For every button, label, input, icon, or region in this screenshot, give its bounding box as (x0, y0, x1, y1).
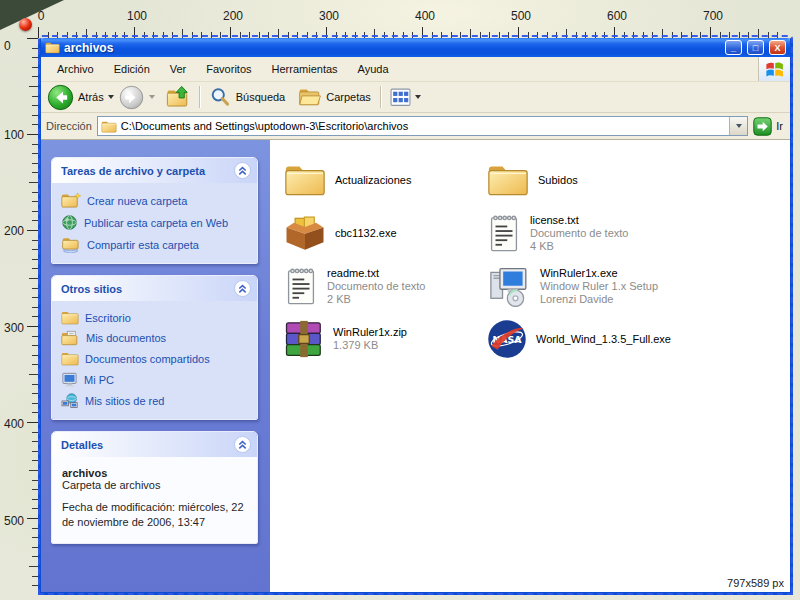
chevron-up-icon (237, 439, 248, 450)
dropdown-caret-icon (736, 124, 742, 128)
menu-archivo[interactable]: Archivo (47, 60, 104, 78)
menu-ver[interactable]: Ver (160, 60, 197, 78)
h-ruler-label: 200 (223, 9, 243, 23)
search-label: Búsqueda (236, 91, 286, 103)
file-item-subidos[interactable]: Subidos (487, 153, 790, 206)
file-type: Documento de texto (327, 280, 425, 292)
collapse-button[interactable] (234, 436, 251, 453)
menu-herramientas[interactable]: Herramientas (262, 60, 348, 78)
close-button[interactable]: X (769, 40, 786, 55)
menu-ayuda[interactable]: Ayuda (348, 60, 399, 78)
up-folder-icon (166, 85, 190, 109)
menu-favoritos[interactable]: Favoritos (196, 60, 261, 78)
file-name: license.txt (530, 214, 628, 226)
up-button[interactable] (166, 85, 190, 109)
forward-dropdown-caret-icon[interactable] (149, 95, 155, 99)
folder-icon (61, 310, 79, 325)
v-ruler-label: 0 (4, 39, 28, 53)
panel-other-places: Otros sitios Escritorio Mis documentos (51, 275, 258, 420)
place-label: Mi PC (84, 373, 114, 387)
v-ruler-label: 300 (4, 321, 28, 335)
file-item-cbc1132[interactable]: cbc1132.exe (284, 206, 487, 259)
file-item-winruler-exe[interactable]: WinRuler1x.exe Window Ruler 1.x Setup Lo… (487, 259, 790, 312)
new-folder-icon (61, 192, 81, 209)
file-grid: Actualizaciones Subidos cbc1132.exe lice… (270, 140, 790, 592)
network-icon (61, 393, 79, 409)
file-description: Window Ruler 1.x Setup (540, 280, 658, 292)
place-label: Mis sitios de red (85, 394, 164, 408)
views-dropdown-caret-icon (415, 95, 421, 99)
explorer-window: archivos _ □ X Archivo Edición Ver Favor… (38, 38, 793, 595)
forward-button[interactable] (119, 85, 144, 110)
minimize-button[interactable]: _ (725, 40, 742, 55)
address-dropdown-button[interactable] (729, 117, 747, 135)
file-name: Actualizaciones (335, 174, 411, 186)
v-ruler-label: 200 (4, 224, 28, 238)
ruler-corner (0, 0, 64, 30)
place-escritorio[interactable]: Escritorio (61, 310, 249, 325)
panel-title: Tareas de archivo y carpeta (61, 165, 205, 177)
views-button[interactable] (390, 88, 421, 107)
task-label: Compartir esta carpeta (87, 238, 199, 252)
folders-button[interactable]: Carpetas (298, 87, 371, 108)
place-mis-sitios-de-red[interactable]: Mis sitios de red (61, 393, 249, 409)
winrar-archive-icon (284, 319, 324, 359)
v-ruler-label: 400 (4, 417, 28, 431)
h-ruler-label: 600 (607, 9, 627, 23)
h-ruler-label: 500 (511, 9, 531, 23)
task-publish-web[interactable]: Publicar esta carpeta en Web (61, 214, 249, 231)
collapse-button[interactable] (234, 162, 251, 179)
text-file-icon (284, 265, 318, 307)
panel-file-tasks: Tareas de archivo y carpeta Crear nueva … (51, 157, 258, 264)
go-button[interactable]: Ir (753, 117, 785, 136)
menu-edicion[interactable]: Edición (104, 60, 160, 78)
place-documentos-compartidos[interactable]: Documentos compartidos (61, 351, 249, 366)
file-item-readme[interactable]: readme.txt Documento de texto 2 KB (284, 259, 487, 312)
panel-header[interactable]: Otros sitios (52, 276, 257, 301)
folder-icon (45, 41, 60, 54)
collapse-button[interactable] (234, 280, 251, 297)
h-ruler-label: 700 (703, 9, 723, 23)
file-item-world-wind[interactable]: World_Wind_1.3.5_Full.exe (487, 312, 790, 365)
task-new-folder[interactable]: Crear nueva carpeta (61, 192, 249, 209)
address-combo[interactable]: C:\Documents and Settings\uptodown-3\Esc… (97, 116, 748, 136)
search-icon (209, 86, 232, 109)
place-mis-documentos[interactable]: Mis documentos (61, 330, 249, 346)
back-arrow-icon (47, 84, 74, 111)
go-arrow-icon (753, 117, 772, 136)
file-item-license[interactable]: license.txt Documento de texto 4 KB (487, 206, 790, 259)
file-item-winruler-zip[interactable]: WinRuler1x.zip 1.379 KB (284, 312, 487, 365)
file-name: WinRuler1x.exe (540, 267, 658, 279)
file-name: WinRuler1x.zip (333, 326, 407, 338)
file-name: World_Wind_1.3.5_Full.exe (536, 333, 671, 345)
file-name: readme.txt (327, 267, 425, 279)
h-ruler-label: 400 (415, 9, 435, 23)
search-button[interactable]: Búsqueda (209, 86, 286, 109)
my-documents-icon (61, 330, 80, 346)
place-mi-pc[interactable]: Mi PC (61, 371, 249, 388)
task-label: Crear nueva carpeta (87, 194, 187, 208)
file-size: 2 KB (327, 293, 425, 305)
folder-icon (61, 351, 79, 366)
panel-header[interactable]: Tareas de archivo y carpeta (52, 158, 257, 183)
windows-logo-icon (764, 59, 785, 80)
file-name: Subidos (538, 174, 578, 186)
address-path[interactable]: C:\Documents and Settings\uptodown-3\Esc… (121, 120, 725, 132)
file-item-actualizaciones[interactable]: Actualizaciones (284, 153, 487, 206)
file-type: Documento de texto (530, 227, 628, 239)
web-publish-icon (61, 214, 78, 231)
back-button[interactable]: Atrás (47, 84, 114, 111)
task-share-folder[interactable]: Compartir esta carpeta (61, 236, 249, 253)
folder-icon (487, 162, 529, 197)
details-folder-type: Carpeta de archivos (62, 479, 247, 491)
ruler-drag-handle[interactable] (19, 18, 32, 31)
file-name: cbc1132.exe (335, 227, 397, 239)
v-ruler-label: 500 (4, 514, 28, 528)
title-bar[interactable]: archivos _ □ X (41, 38, 790, 57)
file-list-area: Actualizaciones Subidos cbc1132.exe lice… (270, 140, 790, 592)
folders-icon (298, 87, 322, 108)
back-dropdown-caret-icon[interactable] (108, 95, 114, 99)
panel-header[interactable]: Detalles (52, 432, 257, 457)
setup-cd-icon (487, 265, 531, 307)
maximize-button[interactable]: □ (747, 40, 764, 55)
